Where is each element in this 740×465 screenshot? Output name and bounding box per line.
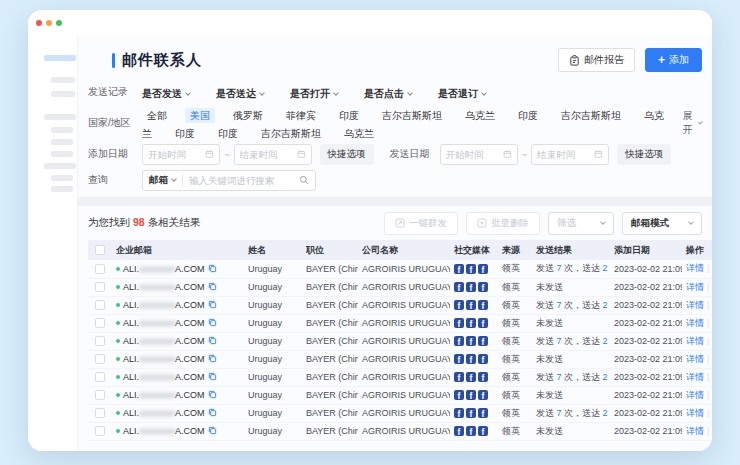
facebook-icon[interactable]: f bbox=[466, 282, 476, 292]
detail-link[interactable]: 详情 bbox=[686, 282, 704, 292]
facebook-icon[interactable]: f bbox=[466, 426, 476, 436]
filter-dropdown-是否送达[interactable]: 是否送达 bbox=[216, 87, 264, 101]
facebook-icon[interactable]: f bbox=[454, 282, 464, 292]
row-checkbox[interactable] bbox=[95, 426, 105, 436]
copy-icon[interactable] bbox=[208, 318, 217, 327]
country-filter-item[interactable]: 乌克兰 bbox=[339, 126, 379, 141]
send-date-end-input[interactable] bbox=[531, 144, 609, 165]
add-date-start-input[interactable] bbox=[142, 144, 220, 165]
country-filter-item[interactable]: 印度 bbox=[213, 126, 243, 141]
mailbox-mode-select[interactable]: 邮箱模式 bbox=[622, 212, 702, 235]
filter-select[interactable]: 筛选 bbox=[548, 212, 614, 235]
detail-link[interactable]: 详情 bbox=[686, 390, 704, 400]
row-checkbox[interactable] bbox=[95, 264, 105, 274]
facebook-icon[interactable]: f bbox=[454, 336, 464, 346]
country-filter-item[interactable]: 全部 bbox=[142, 108, 172, 123]
sidebar-item[interactable] bbox=[51, 175, 73, 181]
expand-button[interactable]: 展开 bbox=[682, 109, 702, 137]
facebook-icon[interactable]: f bbox=[454, 318, 464, 328]
detail-link[interactable]: 详情 bbox=[686, 263, 704, 273]
sidebar-item[interactable] bbox=[44, 114, 76, 120]
country-filter-item[interactable]: 俄罗斯 bbox=[228, 108, 268, 123]
copy-icon[interactable] bbox=[208, 300, 217, 309]
facebook-icon[interactable]: f bbox=[454, 426, 464, 436]
send-date-start-input[interactable] bbox=[440, 144, 518, 165]
maximize-window-icon[interactable] bbox=[56, 20, 62, 26]
copy-icon[interactable] bbox=[208, 282, 217, 291]
country-filter-item[interactable]: 乌克兰 bbox=[460, 108, 500, 123]
facebook-icon[interactable]: f bbox=[478, 264, 488, 274]
row-checkbox[interactable] bbox=[95, 336, 105, 346]
sidebar-item[interactable] bbox=[51, 77, 75, 83]
row-checkbox[interactable] bbox=[95, 354, 105, 364]
facebook-icon[interactable]: f bbox=[466, 372, 476, 382]
detail-link[interactable]: 详情 bbox=[686, 336, 704, 346]
select-all-checkbox[interactable] bbox=[95, 245, 105, 255]
detail-link[interactable]: 详情 bbox=[686, 426, 704, 436]
country-filter-item[interactable]: 吉尔吉斯斯坦 bbox=[556, 108, 626, 123]
facebook-icon[interactable]: f bbox=[466, 390, 476, 400]
country-filter-item[interactable]: 美国 bbox=[185, 108, 215, 123]
detail-link[interactable]: 详情 bbox=[686, 318, 704, 328]
facebook-icon[interactable]: f bbox=[466, 336, 476, 346]
facebook-icon[interactable]: f bbox=[466, 408, 476, 418]
sidebar-item[interactable] bbox=[51, 186, 73, 192]
add-date-end-input[interactable] bbox=[234, 144, 312, 165]
facebook-icon[interactable]: f bbox=[454, 264, 464, 274]
copy-icon[interactable] bbox=[208, 390, 217, 399]
facebook-icon[interactable]: f bbox=[478, 390, 488, 400]
filter-dropdown-是否退订[interactable]: 是否退订 bbox=[438, 87, 486, 101]
facebook-icon[interactable]: f bbox=[478, 318, 488, 328]
copy-icon[interactable] bbox=[208, 336, 217, 345]
row-checkbox[interactable] bbox=[95, 300, 105, 310]
search-input[interactable] bbox=[183, 175, 299, 186]
facebook-icon[interactable]: f bbox=[478, 426, 488, 436]
facebook-icon[interactable]: f bbox=[478, 336, 488, 346]
minimize-window-icon[interactable] bbox=[46, 20, 52, 26]
facebook-icon[interactable]: f bbox=[478, 282, 488, 292]
sidebar-item[interactable] bbox=[51, 151, 73, 157]
facebook-icon[interactable]: f bbox=[478, 354, 488, 364]
row-checkbox[interactable] bbox=[95, 408, 105, 418]
query-type-select[interactable]: 邮箱 bbox=[143, 174, 182, 187]
country-filter-item[interactable]: 印度 bbox=[334, 108, 364, 123]
facebook-icon[interactable]: f bbox=[466, 300, 476, 310]
sidebar-item-active[interactable] bbox=[44, 55, 76, 61]
sidebar-item[interactable] bbox=[51, 139, 73, 145]
facebook-icon[interactable]: f bbox=[454, 390, 464, 400]
send-date-quick-options-button[interactable]: 快捷选项 bbox=[617, 144, 671, 165]
mail-report-button[interactable]: 邮件报告 bbox=[558, 48, 635, 72]
facebook-icon[interactable]: f bbox=[478, 372, 488, 382]
facebook-icon[interactable]: f bbox=[478, 408, 488, 418]
facebook-icon[interactable]: f bbox=[466, 354, 476, 364]
filter-dropdown-是否点击[interactable]: 是否点击 bbox=[364, 87, 412, 101]
add-date-quick-options-button[interactable]: 快捷选项 bbox=[320, 144, 374, 165]
facebook-icon[interactable]: f bbox=[454, 372, 464, 382]
copy-icon[interactable] bbox=[208, 408, 217, 417]
copy-icon[interactable] bbox=[208, 264, 217, 273]
facebook-icon[interactable]: f bbox=[454, 354, 464, 364]
facebook-icon[interactable]: f bbox=[454, 300, 464, 310]
copy-icon[interactable] bbox=[208, 354, 217, 363]
filter-dropdown-是否发送[interactable]: 是否发送 bbox=[142, 87, 190, 101]
filter-dropdown-是否打开[interactable]: 是否打开 bbox=[290, 87, 338, 101]
detail-link[interactable]: 详情 bbox=[686, 408, 704, 418]
detail-link[interactable]: 详情 bbox=[686, 372, 704, 382]
sidebar-item[interactable] bbox=[51, 127, 73, 133]
facebook-icon[interactable]: f bbox=[466, 264, 476, 274]
row-checkbox[interactable] bbox=[95, 318, 105, 328]
close-window-icon[interactable] bbox=[36, 20, 42, 26]
copy-icon[interactable] bbox=[208, 426, 217, 435]
facebook-icon[interactable]: f bbox=[478, 300, 488, 310]
bulk-delete-button[interactable]: 批量删除 bbox=[466, 212, 540, 235]
row-checkbox[interactable] bbox=[95, 282, 105, 292]
country-filter-item[interactable]: 菲律宾 bbox=[281, 108, 321, 123]
country-filter-item[interactable]: 吉尔吉斯斯坦 bbox=[377, 108, 447, 123]
sidebar-item[interactable] bbox=[44, 163, 76, 169]
facebook-icon[interactable]: f bbox=[454, 408, 464, 418]
row-checkbox[interactable] bbox=[95, 390, 105, 400]
copy-icon[interactable] bbox=[208, 372, 217, 381]
facebook-icon[interactable]: f bbox=[466, 318, 476, 328]
search-icon[interactable] bbox=[299, 175, 309, 185]
country-filter-item[interactable]: 印度 bbox=[513, 108, 543, 123]
